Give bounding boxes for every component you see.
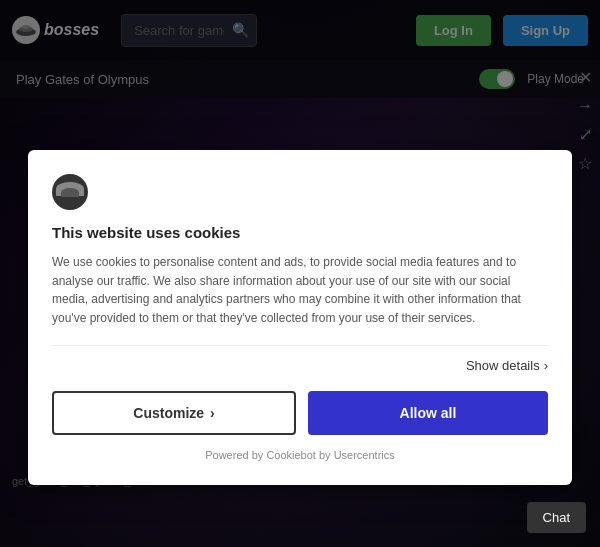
show-details-row: Show details › (52, 345, 548, 373)
cookie-logo (52, 174, 548, 210)
cookie-modal-title: This website uses cookies (52, 224, 548, 241)
cookiebot-link[interactable]: Cookiebot by Usercentrics (266, 449, 394, 461)
chevron-right-icon: › (210, 405, 215, 421)
cookiebot-footer: Powered by Cookiebot by Usercentrics (52, 449, 548, 461)
cookie-buttons: Customize › Allow all (52, 391, 548, 435)
chevron-right-icon: › (544, 358, 548, 373)
cookie-modal-body: We use cookies to personalise content an… (52, 253, 548, 327)
cookie-logo-image (52, 174, 88, 210)
customize-button[interactable]: Customize › (52, 391, 296, 435)
chat-button[interactable]: Chat (527, 502, 586, 533)
show-details-button[interactable]: Show details (466, 358, 540, 373)
cookie-modal: This website uses cookies We use cookies… (28, 150, 572, 485)
powered-by-text: Powered by (205, 449, 263, 461)
allow-all-button[interactable]: Allow all (308, 391, 548, 435)
